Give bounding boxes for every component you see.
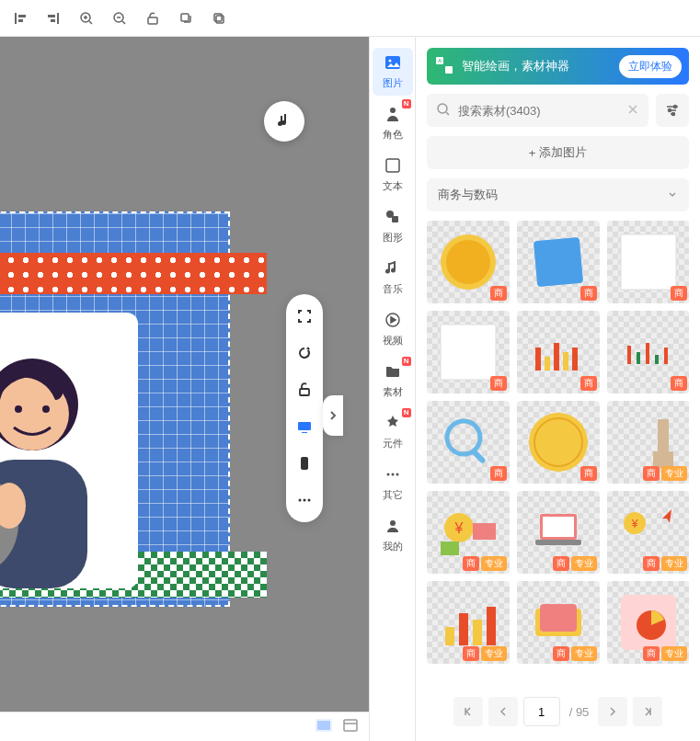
- folder-icon: [384, 362, 402, 383]
- main-area: 图片 N 角色 文本 图形 音乐 视频 N 素材 N: [0, 37, 700, 741]
- tab-image[interactable]: 图片: [373, 48, 413, 96]
- tab-role[interactable]: N 角色: [373, 99, 413, 147]
- material-badges: 商: [580, 376, 597, 391]
- tab-mine[interactable]: 我的: [373, 511, 413, 559]
- material-item[interactable]: 商专业: [607, 581, 689, 664]
- fullscreen-button[interactable]: [292, 303, 317, 329]
- tab-label: 我的: [383, 540, 403, 553]
- svg-point-41: [446, 240, 490, 284]
- svg-rect-27: [392, 216, 398, 222]
- svg-rect-72: [473, 620, 482, 645]
- tab-label: 素材: [383, 385, 403, 399]
- material-item[interactable]: 商: [517, 401, 600, 484]
- svg-rect-50: [627, 346, 631, 364]
- svg-rect-42: [534, 237, 583, 287]
- material-item[interactable]: ¥商专业: [427, 491, 510, 574]
- orange-pattern: [0, 253, 267, 294]
- material-grid: 商商商商商商商商商专业¥商专业商专业¥商专业商专业商专业商专业: [427, 221, 689, 684]
- badge-commercial: 商: [553, 556, 569, 571]
- material-item[interactable]: 商: [607, 311, 689, 393]
- display-button[interactable]: [292, 414, 317, 439]
- person-illustration[interactable]: [0, 313, 138, 588]
- svg-point-37: [674, 106, 677, 108]
- material-item[interactable]: ¥商专业: [607, 491, 689, 574]
- next-page-button[interactable]: [598, 697, 627, 726]
- image-icon: [384, 53, 402, 74]
- rotate-button[interactable]: [292, 340, 317, 366]
- svg-point-24: [390, 108, 396, 113]
- material-item[interactable]: 商: [517, 311, 600, 393]
- add-image-button[interactable]: + 添加图片: [427, 136, 689, 169]
- svg-rect-45: [535, 348, 541, 370]
- mobile-button[interactable]: [292, 450, 317, 476]
- material-badges: 商: [580, 286, 597, 301]
- copy-button[interactable]: [173, 6, 199, 31]
- align-left-button[interactable]: [7, 6, 33, 31]
- tab-label: 元件: [383, 437, 403, 450]
- canvas-area[interactable]: [0, 37, 369, 741]
- filter-button[interactable]: [656, 94, 689, 127]
- material-badges: 商专业: [463, 646, 507, 661]
- svg-rect-21: [344, 720, 357, 731]
- material-item[interactable]: 商: [607, 221, 689, 303]
- tab-label: 视频: [383, 334, 403, 348]
- zoom-in-button[interactable]: [74, 6, 99, 31]
- material-item[interactable]: 商: [427, 221, 510, 303]
- prev-page-button[interactable]: [488, 697, 518, 726]
- material-item[interactable]: 商: [427, 401, 510, 484]
- svg-text:A: A: [438, 58, 442, 63]
- material-item[interactable]: 商: [427, 311, 510, 393]
- badge-commercial: 商: [580, 466, 597, 481]
- svg-point-8: [15, 405, 22, 413]
- svg-rect-47: [554, 343, 559, 370]
- first-page-button[interactable]: [453, 697, 483, 726]
- search-input[interactable]: [458, 104, 619, 118]
- tab-component[interactable]: N 元件: [373, 408, 413, 456]
- layout-icon[interactable]: [343, 719, 358, 735]
- music-bubble-button[interactable]: [264, 101, 304, 142]
- more-button[interactable]: [292, 487, 317, 513]
- promo-button[interactable]: 立即体验: [619, 55, 682, 78]
- tab-label: 文本: [383, 179, 403, 193]
- page-total: / 95: [566, 705, 593, 719]
- material-badges: 商专业: [643, 556, 687, 571]
- badge-commercial: 商: [490, 376, 507, 391]
- svg-rect-2: [148, 17, 157, 24]
- svg-rect-75: [540, 604, 577, 632]
- material-item[interactable]: 商专业: [517, 491, 600, 574]
- svg-text:¥: ¥: [454, 520, 464, 536]
- zoom-out-button[interactable]: [107, 6, 132, 31]
- badge-commercial: 商: [671, 376, 687, 391]
- tab-label: 其它: [383, 488, 403, 502]
- page-thumb-icon[interactable]: [316, 719, 332, 735]
- material-item[interactable]: 商专业: [607, 401, 689, 484]
- unlock-float-button[interactable]: [292, 377, 317, 403]
- svg-rect-46: [545, 357, 550, 370]
- svg-rect-15: [301, 457, 308, 470]
- expand-handle[interactable]: [323, 395, 343, 436]
- svg-rect-35: [445, 66, 453, 74]
- svg-rect-13: [300, 389, 309, 395]
- align-right-button[interactable]: [40, 6, 66, 31]
- badge-professional: 专业: [571, 556, 597, 571]
- tab-video[interactable]: 视频: [373, 305, 413, 353]
- tab-other[interactable]: 其它: [373, 460, 413, 507]
- tab-music[interactable]: 音乐: [373, 254, 413, 302]
- material-item[interactable]: 商: [517, 221, 600, 303]
- tab-text[interactable]: 文本: [373, 151, 413, 199]
- tab-label: 图片: [383, 76, 403, 90]
- unlock-button[interactable]: [140, 6, 166, 31]
- clear-icon[interactable]: [626, 103, 639, 119]
- badge-professional: 专业: [661, 556, 687, 571]
- badge-professional: 专业: [661, 646, 687, 661]
- page-input[interactable]: [523, 697, 560, 726]
- last-page-button[interactable]: [633, 697, 662, 726]
- tab-shape[interactable]: 图形: [373, 202, 413, 250]
- category-select[interactable]: 商务与数码: [427, 178, 689, 211]
- tab-material[interactable]: N 素材: [373, 357, 413, 405]
- paste-button[interactable]: [206, 6, 232, 31]
- material-item[interactable]: 商专业: [427, 581, 510, 664]
- material-item[interactable]: 商专业: [517, 581, 600, 664]
- component-icon: [384, 414, 402, 435]
- svg-point-16: [299, 499, 302, 502]
